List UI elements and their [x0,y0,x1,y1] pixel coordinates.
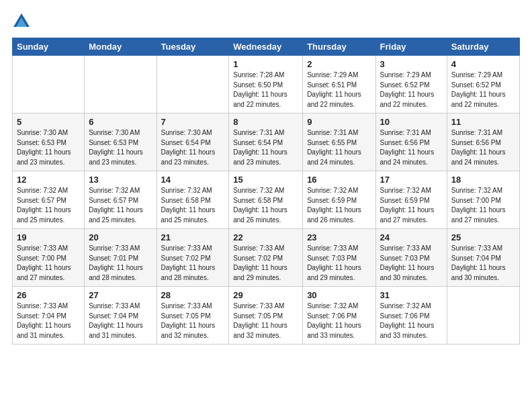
day-info: Sunrise: 7:33 AM Sunset: 7:05 PM Dayligh… [161,302,225,340]
day-info: Sunrise: 7:29 AM Sunset: 6:52 PM Dayligh… [451,71,515,109]
calendar-cell: 30Sunrise: 7:32 AM Sunset: 7:06 PM Dayli… [303,287,375,345]
calendar-cell: 11Sunrise: 7:31 AM Sunset: 6:56 PM Dayli… [447,113,519,171]
day-info: Sunrise: 7:32 AM Sunset: 7:00 PM Dayligh… [451,186,515,225]
day-info: Sunrise: 7:31 AM Sunset: 6:54 PM Dayligh… [233,128,298,167]
calendar-cell: 24Sunrise: 7:33 AM Sunset: 7:03 PM Dayli… [375,229,447,287]
page: SundayMondayTuesdayWednesdayThursdayFrid… [0,0,532,357]
day-info: Sunrise: 7:32 AM Sunset: 6:58 PM Dayligh… [161,186,225,225]
calendar-cell: 17Sunrise: 7:32 AM Sunset: 6:59 PM Dayli… [375,171,447,229]
calendar-week-2: 5Sunrise: 7:30 AM Sunset: 6:53 PM Daylig… [13,113,520,171]
calendar-cell: 15Sunrise: 7:32 AM Sunset: 6:58 PM Dayli… [229,171,303,229]
day-number: 17 [380,175,443,185]
calendar-cell [85,56,157,113]
day-number: 3 [380,59,443,69]
day-info: Sunrise: 7:31 AM Sunset: 6:56 PM Dayligh… [380,128,443,167]
day-number: 6 [89,117,152,127]
day-number: 24 [380,232,443,242]
day-number: 2 [307,59,371,69]
day-number: 30 [307,290,371,300]
calendar-cell: 3Sunrise: 7:29 AM Sunset: 6:52 PM Daylig… [375,56,447,113]
day-info: Sunrise: 7:32 AM Sunset: 7:06 PM Dayligh… [380,302,443,340]
calendar-cell: 29Sunrise: 7:33 AM Sunset: 7:05 PM Dayli… [229,287,303,345]
day-number: 27 [89,290,152,300]
calendar-cell: 9Sunrise: 7:31 AM Sunset: 6:55 PM Daylig… [303,113,375,171]
day-number: 19 [17,232,80,242]
calendar-cell: 13Sunrise: 7:32 AM Sunset: 6:57 PM Dayli… [85,171,157,229]
calendar-cell: 20Sunrise: 7:33 AM Sunset: 7:01 PM Dayli… [85,229,157,287]
calendar-cell: 21Sunrise: 7:33 AM Sunset: 7:02 PM Dayli… [157,229,229,287]
day-info: Sunrise: 7:33 AM Sunset: 7:02 PM Dayligh… [161,244,225,283]
day-number: 10 [380,117,443,127]
day-number: 13 [89,175,152,185]
calendar-cell: 18Sunrise: 7:32 AM Sunset: 7:00 PM Dayli… [447,171,519,229]
calendar-header-wednesday: Wednesday [229,38,303,56]
day-info: Sunrise: 7:33 AM Sunset: 7:05 PM Dayligh… [233,302,298,340]
calendar-header-saturday: Saturday [447,38,519,56]
day-info: Sunrise: 7:29 AM Sunset: 6:51 PM Dayligh… [307,71,371,109]
day-number: 26 [17,290,80,300]
day-info: Sunrise: 7:32 AM Sunset: 6:57 PM Dayligh… [17,186,80,225]
day-number: 21 [161,232,225,242]
day-number: 14 [161,175,225,185]
day-info: Sunrise: 7:30 AM Sunset: 6:53 PM Dayligh… [89,128,152,167]
day-info: Sunrise: 7:30 AM Sunset: 6:54 PM Dayligh… [161,128,225,167]
calendar-cell: 23Sunrise: 7:33 AM Sunset: 7:03 PM Dayli… [303,229,375,287]
calendar-cell: 2Sunrise: 7:29 AM Sunset: 6:51 PM Daylig… [303,56,375,113]
calendar-cell [13,56,85,113]
calendar-cell: 10Sunrise: 7:31 AM Sunset: 6:56 PM Dayli… [375,113,447,171]
calendar-cell [447,287,519,345]
day-info: Sunrise: 7:28 AM Sunset: 6:50 PM Dayligh… [233,71,298,109]
calendar-cell: 12Sunrise: 7:32 AM Sunset: 6:57 PM Dayli… [13,171,85,229]
day-number: 18 [451,175,515,185]
calendar-week-1: 1Sunrise: 7:28 AM Sunset: 6:50 PM Daylig… [13,56,520,113]
calendar-cell: 5Sunrise: 7:30 AM Sunset: 6:53 PM Daylig… [13,113,85,171]
day-number: 9 [307,117,371,127]
day-number: 11 [451,117,515,127]
day-number: 4 [451,59,515,69]
day-number: 25 [451,232,515,242]
calendar-cell: 22Sunrise: 7:33 AM Sunset: 7:02 PM Dayli… [229,229,303,287]
calendar-cell: 25Sunrise: 7:33 AM Sunset: 7:04 PM Dayli… [447,229,519,287]
day-info: Sunrise: 7:33 AM Sunset: 7:01 PM Dayligh… [89,244,152,283]
calendar-header-thursday: Thursday [303,38,375,56]
day-info: Sunrise: 7:33 AM Sunset: 7:04 PM Dayligh… [17,302,80,340]
calendar-cell: 31Sunrise: 7:32 AM Sunset: 7:06 PM Dayli… [375,287,447,345]
day-info: Sunrise: 7:31 AM Sunset: 6:55 PM Dayligh… [307,128,371,167]
day-info: Sunrise: 7:31 AM Sunset: 6:56 PM Dayligh… [451,128,515,167]
calendar-cell: 4Sunrise: 7:29 AM Sunset: 6:52 PM Daylig… [447,56,519,113]
day-number: 29 [233,290,298,300]
day-info: Sunrise: 7:32 AM Sunset: 6:58 PM Dayligh… [233,186,298,225]
day-info: Sunrise: 7:30 AM Sunset: 6:53 PM Dayligh… [17,128,80,167]
day-info: Sunrise: 7:33 AM Sunset: 7:03 PM Dayligh… [307,244,371,283]
day-info: Sunrise: 7:32 AM Sunset: 6:57 PM Dayligh… [89,186,152,225]
day-info: Sunrise: 7:29 AM Sunset: 6:52 PM Dayligh… [380,71,443,109]
day-number: 8 [233,117,298,127]
calendar-table: SundayMondayTuesdayWednesdayThursdayFrid… [12,38,520,345]
calendar-header-sunday: Sunday [13,38,85,56]
day-number: 28 [161,290,225,300]
day-number: 20 [89,232,152,242]
calendar-week-4: 19Sunrise: 7:33 AM Sunset: 7:00 PM Dayli… [13,229,520,287]
day-number: 16 [307,175,371,185]
day-number: 31 [380,290,443,300]
day-number: 23 [307,232,371,242]
calendar-cell: 19Sunrise: 7:33 AM Sunset: 7:00 PM Dayli… [13,229,85,287]
calendar-cell: 28Sunrise: 7:33 AM Sunset: 7:05 PM Dayli… [157,287,229,345]
day-info: Sunrise: 7:32 AM Sunset: 7:06 PM Dayligh… [307,302,371,340]
calendar-cell [157,56,229,113]
day-info: Sunrise: 7:33 AM Sunset: 7:00 PM Dayligh… [17,244,80,283]
day-info: Sunrise: 7:33 AM Sunset: 7:04 PM Dayligh… [89,302,152,340]
calendar-header-monday: Monday [85,38,157,56]
day-info: Sunrise: 7:33 AM Sunset: 7:04 PM Dayligh… [451,244,515,283]
day-info: Sunrise: 7:32 AM Sunset: 6:59 PM Dayligh… [380,186,443,225]
calendar-cell: 1Sunrise: 7:28 AM Sunset: 6:50 PM Daylig… [229,56,303,113]
day-number: 12 [17,175,80,185]
calendar-header-row: SundayMondayTuesdayWednesdayThursdayFrid… [13,38,520,56]
calendar-cell: 14Sunrise: 7:32 AM Sunset: 6:58 PM Dayli… [157,171,229,229]
day-number: 15 [233,175,298,185]
calendar-cell: 7Sunrise: 7:30 AM Sunset: 6:54 PM Daylig… [157,113,229,171]
calendar-header-tuesday: Tuesday [157,38,229,56]
calendar-week-3: 12Sunrise: 7:32 AM Sunset: 6:57 PM Dayli… [13,171,520,229]
header [12,12,520,31]
calendar-cell: 8Sunrise: 7:31 AM Sunset: 6:54 PM Daylig… [229,113,303,171]
